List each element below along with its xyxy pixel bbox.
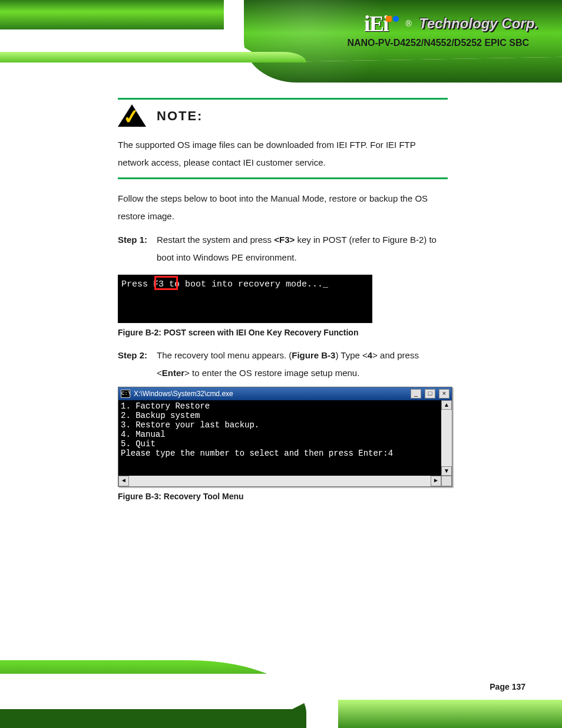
note-icon: ✓	[118, 104, 146, 128]
brand-company-text: Technology Corp.	[419, 15, 538, 32]
f3-highlight-box	[154, 276, 178, 290]
step-1-text-a: Restart the system and press	[157, 235, 274, 245]
cmd-line-3: 3. Restore your last backup.	[121, 420, 259, 430]
scroll-right-icon[interactable]: ►	[431, 476, 441, 486]
logo-dot-orange-icon	[386, 16, 392, 22]
step-2-key: 4	[368, 350, 372, 360]
boot-prompt-line: Press F3 to boot into recovery mode..._	[121, 279, 328, 289]
brand-logo-group: iEi ® Technology Corp.	[364, 11, 538, 37]
step-2-text-a: The recovery tool menu appears. (	[157, 350, 292, 360]
step-2-enter: Enter	[162, 368, 184, 378]
step-1: Step 1: Restart the system and press <F3…	[118, 231, 448, 266]
note-label: NOTE:	[157, 108, 203, 124]
maximize-button[interactable]: □	[425, 389, 435, 398]
top-decorative-banner: iEi ® Technology Corp. NANO-PV-D4252/N45…	[0, 0, 562, 83]
note-header-row: ✓ NOTE:	[118, 104, 448, 128]
step-2: Step 2: The recovery tool menu appears. …	[118, 347, 448, 382]
cmd-line-6: Please type the number to select and the…	[121, 449, 393, 458]
cmd-line-1: 1. Factory Restore	[121, 401, 210, 411]
note-body: The supported OS image files can be down…	[118, 136, 448, 172]
cmd-icon: C:\	[121, 390, 130, 398]
cmd-body: 1. Factory Restore 2. Backup system 3. R…	[118, 400, 441, 476]
step-1-text: Restart the system and press <F3> key in…	[157, 231, 448, 266]
screenshot-post-boot: Press F3 to boot into recovery mode..._	[118, 275, 372, 323]
step-1-key: <F3>	[274, 235, 295, 245]
logo-dot-blue-icon	[393, 16, 399, 22]
check-icon: ✓	[122, 104, 141, 130]
cmd-horizontal-scrollbar[interactable]: ◄ ►	[118, 476, 452, 486]
screenshot-cmd-window: C:\ X:\Windows\System32\cmd.exe _ □ × 1.…	[118, 387, 452, 487]
scroll-left-icon[interactable]: ◄	[118, 476, 129, 486]
divider-bottom	[118, 177, 448, 179]
figure-caption-2: Figure B-3: Recovery Tool Menu	[118, 492, 448, 501]
scroll-track-h[interactable]	[129, 476, 431, 486]
step-2-text: The recovery tool menu appears. (Figure …	[157, 347, 448, 382]
pcb-texture-bottom-right	[338, 700, 562, 728]
cmd-title-text: X:\Windows\System32\cmd.exe	[134, 390, 407, 398]
intro-paragraph: Follow the steps below to boot into the …	[118, 190, 448, 225]
divider-top	[118, 98, 448, 100]
figure-caption-1: Figure B-2: POST screen with IEI One Key…	[118, 328, 448, 337]
page-number: Page 137	[490, 682, 525, 691]
banner-strip-thin	[0, 52, 306, 62]
minimize-button[interactable]: _	[411, 389, 421, 398]
cmd-line-4: 4. Manual	[121, 430, 166, 439]
step-2-text-d: > to enter the OS restore image setup me…	[184, 368, 359, 378]
registered-icon: ®	[406, 19, 412, 28]
brand-logo-text: iEi	[364, 11, 399, 37]
page-content: ✓ NOTE: The supported OS image files can…	[118, 94, 448, 510]
scroll-up-icon[interactable]: ▲	[441, 400, 452, 410]
step-2-ref: Figure B-3	[292, 350, 335, 360]
product-name: NANO-PV-D4252/N4552/D5252 EPIC SBC	[347, 38, 529, 48]
step-2-number: Step 2:	[118, 347, 148, 382]
pcb-texture-top-left	[0, 0, 224, 29]
cmd-line-5: 5. Quit	[121, 439, 156, 449]
cmd-body-wrap: 1. Factory Restore 2. Backup system 3. R…	[118, 400, 452, 476]
resize-grip-icon[interactable]	[441, 476, 452, 486]
close-button[interactable]: ×	[439, 389, 449, 398]
step-1-number: Step 1:	[118, 231, 148, 266]
scroll-track-v[interactable]	[441, 410, 452, 466]
scroll-down-icon[interactable]: ▼	[441, 466, 452, 476]
cmd-line-2: 2. Backup system	[121, 411, 200, 420]
bottom-decorative-banner: Page 137	[0, 660, 562, 728]
step-2-text-b: ) Type <	[335, 350, 367, 360]
cmd-vertical-scrollbar[interactable]: ▲ ▼	[441, 400, 452, 476]
cmd-titlebar: C:\ X:\Windows\System32\cmd.exe _ □ ×	[118, 387, 452, 400]
